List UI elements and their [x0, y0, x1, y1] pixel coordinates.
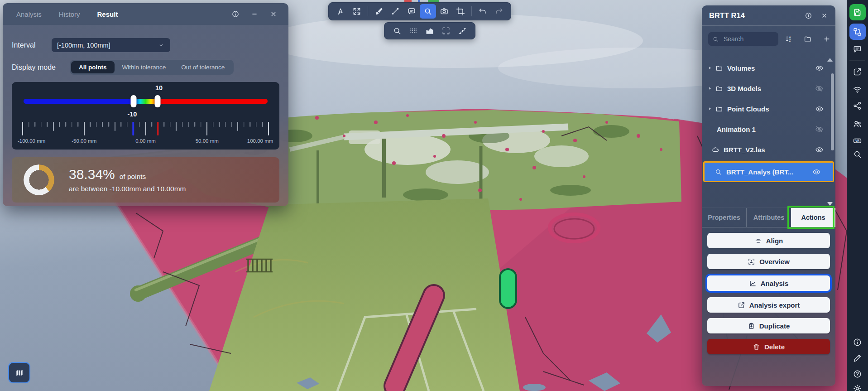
slider-handle-low[interactable] — [130, 95, 136, 107]
scroll-up-arrow[interactable] — [827, 58, 833, 62]
analysis-button[interactable]: Analysis — [707, 275, 830, 291]
new-folder-icon[interactable] — [804, 35, 812, 43]
button-label: Delete — [764, 343, 785, 351]
tree-scrollbar[interactable] — [831, 73, 834, 150]
sort-icon[interactable]: AZ — [785, 35, 793, 43]
svg-text:A: A — [789, 36, 791, 39]
users-strip-button[interactable] — [849, 116, 866, 132]
info-icon[interactable] — [231, 10, 240, 18]
svg-text:VR: VR — [855, 139, 859, 142]
magnifier-tool-button[interactable] — [420, 4, 436, 19]
eye-icon[interactable] — [812, 168, 821, 176]
layers-panel-header[interactable]: BRTT R14 — [702, 5, 835, 26]
tree-item-brtt-analys-brt-[interactable]: BRTT_Analys (BRT... — [705, 163, 833, 181]
button-label: Analysis — [761, 280, 789, 287]
display-mode-option[interactable]: Out of tolerance — [173, 61, 232, 73]
frame-tool-button[interactable] — [438, 24, 454, 38]
add-icon[interactable] — [823, 35, 831, 43]
align-icon — [754, 237, 762, 245]
overview-button[interactable]: Overview — [707, 254, 830, 269]
comment-tool-button[interactable] — [403, 4, 420, 19]
info-strip-button[interactable] — [849, 334, 866, 350]
ruler-label: -50.00 mm — [72, 138, 96, 144]
caret-right-icon[interactable] — [708, 86, 712, 91]
analysis-dialog-header[interactable]: AnalysisHistoryResult — [3, 3, 288, 25]
help-strip-button[interactable] — [849, 366, 866, 382]
minor-tick — [244, 122, 245, 127]
areachart-tool-button[interactable] — [422, 24, 438, 38]
magnifier-tool-button[interactable] — [389, 24, 405, 38]
external-strip-button[interactable] — [849, 63, 866, 80]
minor-tick — [262, 122, 263, 127]
search-field[interactable] — [723, 35, 774, 43]
gear-strip-button[interactable] — [849, 380, 866, 391]
align-button[interactable]: Align — [707, 233, 830, 248]
info-icon[interactable] — [805, 12, 812, 19]
measure-tool-button[interactable] — [387, 4, 403, 19]
minor-tick — [256, 122, 257, 127]
navigate-icon — [336, 7, 345, 16]
caret-right-icon[interactable] — [708, 66, 712, 70]
tree-item-animation-1[interactable]: Animation 1 — [702, 121, 835, 138]
pencil-strip-button[interactable] — [849, 350, 866, 366]
minor-tick — [163, 122, 164, 127]
analysis-export-button[interactable]: Analysis export — [707, 297, 830, 313]
share-strip-button[interactable] — [849, 97, 866, 114]
slider-handle-high[interactable] — [155, 95, 161, 107]
eye-icon[interactable] — [815, 145, 824, 154]
tab-actions[interactable]: Actions — [791, 208, 835, 227]
expand-tool-button[interactable] — [349, 4, 365, 19]
brush-tool-button[interactable] — [371, 4, 387, 19]
eye-icon[interactable] — [815, 64, 824, 72]
delete-button[interactable]: Delete — [707, 339, 830, 354]
wifi-strip-button[interactable] — [849, 81, 866, 97]
minor-tick — [127, 122, 128, 127]
annotation-blue-ring: Analysis — [705, 274, 832, 293]
tree-item-label: Animation 1 — [717, 126, 756, 133]
tree-item-3d-models[interactable]: 3D Models — [702, 80, 835, 97]
minor-tick — [219, 122, 220, 127]
dialog-tab-analysis[interactable]: Analysis — [16, 10, 42, 18]
tree-item-volumes[interactable]: Volumes — [702, 59, 835, 77]
tab-properties[interactable]: Properties — [702, 208, 746, 227]
close-icon[interactable] — [269, 10, 278, 18]
major-tick — [206, 122, 207, 135]
display-mode-option[interactable]: Within tolerance — [115, 61, 174, 73]
eye-off-icon[interactable] — [815, 84, 824, 93]
major-tick — [84, 122, 85, 135]
minor-tick — [170, 122, 171, 127]
tree-strip-button[interactable] — [849, 24, 866, 40]
scroll-down-arrow[interactable] — [827, 202, 833, 206]
comment-strip-button[interactable] — [849, 41, 866, 57]
search-input[interactable] — [708, 32, 778, 46]
gradient-track[interactable] — [24, 99, 268, 104]
crop-tool-button[interactable] — [452, 4, 469, 19]
magnifier-icon — [393, 26, 402, 35]
redo-tool-button[interactable] — [491, 4, 507, 19]
navigate-tool-button[interactable] — [332, 4, 349, 19]
duplicate-button[interactable]: Duplicate — [707, 318, 830, 333]
display-mode-segmented: All pointsWithin toleranceOut of toleran… — [70, 60, 234, 75]
display-mode-option[interactable]: All points — [71, 61, 115, 73]
camera-tool-button[interactable] — [436, 4, 452, 19]
minor-tick — [29, 122, 29, 127]
magnifier-icon — [853, 150, 862, 159]
dialog-tab-history[interactable]: History — [59, 10, 80, 18]
close-icon[interactable] — [820, 12, 828, 19]
dots-tool-button[interactable] — [405, 24, 422, 38]
tree-item-point-clouds[interactable]: Point Clouds — [702, 100, 835, 117]
magnifier-strip-button[interactable] — [849, 146, 866, 162]
minor-tick — [188, 122, 189, 127]
interval-dropdown[interactable]: [-100mm, 100mm] — [52, 38, 170, 52]
eye-icon[interactable] — [815, 105, 824, 113]
steps-tool-button[interactable] — [454, 24, 470, 38]
minimize-icon[interactable] — [250, 10, 259, 18]
undo-tool-button[interactable] — [475, 4, 491, 19]
minimap-button[interactable] — [8, 362, 30, 383]
tree-item-brtt-v2-las[interactable]: BRTT_V2.las — [702, 141, 835, 158]
save-strip-button[interactable] — [849, 4, 866, 20]
dialog-tab-result[interactable]: Result — [97, 10, 118, 18]
tab-attributes[interactable]: Attributes — [746, 208, 791, 227]
caret-right-icon[interactable] — [708, 106, 712, 111]
eye-off-icon[interactable] — [815, 125, 824, 134]
